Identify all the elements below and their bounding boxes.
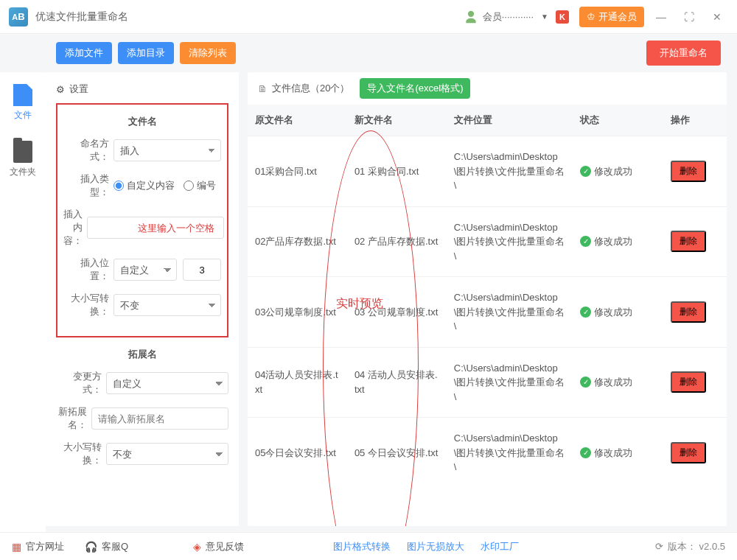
cell-orig: 01采购合同.txt [248, 136, 347, 207]
filename-section-title: 文件名 [63, 115, 221, 128]
insert-type-number-radio[interactable]: 编号 [184, 179, 216, 192]
cell-path: C:\Users\admin\Desktop\图片转换\文件批量重命名\ [447, 136, 573, 207]
check-icon: ✓ [580, 166, 591, 177]
user-label: 会员············ [483, 10, 534, 24]
cell-op: 删除 [663, 418, 727, 488]
naming-mode-select[interactable]: 插入 [113, 139, 221, 161]
insert-type-label: 插入类型： [63, 172, 113, 199]
file-list-panel: 🗎 文件信息（20个） 导入文件名(excel格式) 原文件名 新文件名 文件位… [248, 72, 727, 526]
file-icon [13, 84, 32, 106]
th-original-name: 原文件名 [248, 105, 347, 136]
th-operation: 操作 [663, 105, 727, 136]
insert-type-number-label: 编号 [197, 179, 216, 192]
rail-item-folder[interactable]: 文件夹 [10, 141, 36, 178]
cell-status: ✓修改成功 [573, 206, 663, 277]
k-brand-icon[interactable]: K [556, 10, 569, 24]
refresh-icon[interactable]: ⟳ [655, 541, 663, 552]
delete-button[interactable]: 删除 [671, 301, 706, 323]
insert-type-custom-label: 自定义内容 [127, 179, 175, 192]
insert-content-label: 插入内容： [63, 208, 87, 248]
check-icon: ✓ [580, 447, 591, 458]
cell-status: ✓修改成功 [573, 277, 663, 348]
cell-op: 删除 [663, 277, 727, 348]
naming-mode-label: 命名方式： [63, 137, 113, 164]
case-label: 大小写转换： [63, 292, 113, 318]
cell-status: ✓修改成功 [573, 136, 663, 207]
close-button[interactable]: ✕ [706, 6, 728, 28]
rail-folder-label: 文件夹 [10, 166, 36, 178]
cell-new: 02 产品库存数据.txt [347, 206, 447, 277]
change-mode-select[interactable]: 自定义 [106, 372, 228, 394]
th-path: 文件位置 [447, 105, 573, 136]
check-icon: ✓ [580, 236, 591, 247]
add-file-button[interactable]: 添加文件 [56, 42, 112, 64]
delete-button[interactable]: 删除 [671, 231, 706, 252]
cell-op: 删除 [663, 206, 727, 277]
settings-panel: ⚙设置 文件名 命名方式： 插入 插入类型： 自定义内容 编号 插入内容： [46, 72, 239, 526]
minimize-button[interactable]: — [650, 6, 672, 28]
case-select[interactable]: 不变 [113, 294, 221, 316]
feedback-link[interactable]: ◈意见反馈 [193, 540, 244, 553]
filename-settings-group: 文件名 命名方式： 插入 插入类型： 自定义内容 编号 插入内容： [56, 103, 228, 337]
file-info-label: 文件信息（20个） [272, 82, 349, 95]
insert-pos-number[interactable] [183, 259, 221, 281]
case2-select[interactable]: 不变 [106, 443, 228, 465]
check-icon: ✓ [580, 307, 591, 318]
start-rename-button[interactable]: 开始重命名 [646, 41, 721, 66]
version-label: ⟳版本： v2.0.5 [655, 540, 725, 553]
table-row: 02产品库存数据.txt02 产品库存数据.txtC:\Users\admin\… [248, 206, 727, 277]
maximize-button[interactable]: ⛶ [678, 6, 700, 28]
vip-button-label: 开通会员 [598, 10, 637, 24]
cell-path: C:\Users\admin\Desktop\图片转换\文件批量重命名\ [447, 206, 573, 277]
settings-header-label: 设置 [69, 83, 88, 96]
clear-list-button[interactable]: 清除列表 [180, 42, 236, 64]
globe-icon: ▦ [12, 541, 21, 553]
support-label: 客服Q [102, 540, 128, 553]
quick-link-3[interactable]: 水印工厂 [481, 540, 519, 553]
gear-icon: ⚙ [56, 84, 65, 95]
insert-pos-select[interactable]: 自定义 [113, 259, 177, 281]
folder-icon [13, 141, 32, 163]
titlebar: AB 优速文件批量重命名 会员············ ▼ K ♔开通会员 — … [0, 0, 737, 34]
cell-orig: 03公司规章制度.txt [248, 277, 347, 348]
user-avatar-icon [464, 10, 478, 24]
table-row: 03公司规章制度.txt03 公司规章制度.txtC:\Users\admin\… [248, 277, 727, 348]
delete-button[interactable]: 删除 [671, 371, 706, 393]
insert-type-custom-radio[interactable]: 自定义内容 [113, 179, 175, 192]
app-logo-icon: AB [9, 7, 28, 27]
file-table-scroll[interactable]: 原文件名 新文件名 文件位置 状态 操作 01采购合同.txt01 采购合同.t… [248, 105, 727, 526]
app-title: 优速文件批量重命名 [35, 10, 128, 24]
insert-pos-label: 插入位置： [63, 256, 113, 283]
delete-button[interactable]: 删除 [671, 161, 706, 182]
new-ext-input[interactable] [91, 407, 228, 430]
cell-orig: 05今日会议安排.txt [248, 418, 347, 488]
feedback-label: 意见反馈 [206, 540, 244, 553]
change-mode-label: 变更方式： [56, 370, 106, 396]
delete-button[interactable]: 删除 [671, 442, 706, 463]
th-new-name: 新文件名 [347, 105, 447, 136]
rail-item-file[interactable]: 文件 [13, 84, 32, 122]
user-dropdown-icon[interactable]: ▼ [541, 13, 548, 21]
official-site-label: 官方网址 [26, 540, 64, 553]
ext-section-title: 拓展名 [56, 348, 228, 361]
support-link[interactable]: 🎧客服Q [85, 540, 128, 553]
cell-op: 删除 [663, 136, 727, 207]
insert-content-input[interactable] [87, 217, 224, 239]
vip-button[interactable]: ♔开通会员 [579, 7, 644, 27]
table-row: 01采购合同.txt01 采购合同.txtC:\Users\admin\Desk… [248, 136, 727, 207]
quick-link-2[interactable]: 图片无损放大 [407, 540, 464, 553]
cell-new: 04 活动人员安排表.txt [347, 347, 447, 418]
feedback-icon: ◈ [193, 541, 201, 553]
cell-path: C:\Users\admin\Desktop\图片转换\文件批量重命名\ [447, 418, 573, 488]
toolbar: 添加文件 添加目录 清除列表 开始重命名 [0, 34, 737, 72]
check-icon: ✓ [580, 377, 591, 388]
import-excel-button[interactable]: 导入文件名(excel格式) [360, 78, 470, 99]
new-ext-label: 新拓展名： [56, 405, 91, 432]
official-site-link[interactable]: ▦官方网址 [12, 540, 64, 553]
add-dir-button[interactable]: 添加目录 [118, 42, 174, 64]
quick-link-1[interactable]: 图片格式转换 [333, 540, 391, 553]
cell-path: C:\Users\admin\Desktop\图片转换\文件批量重命名\ [447, 277, 573, 348]
file-table: 原文件名 新文件名 文件位置 状态 操作 01采购合同.txt01 采购合同.t… [248, 105, 727, 488]
cell-orig: 04活动人员安排表.txt [248, 347, 347, 418]
table-row: 04活动人员安排表.txt04 活动人员安排表.txtC:\Users\admi… [248, 347, 727, 418]
